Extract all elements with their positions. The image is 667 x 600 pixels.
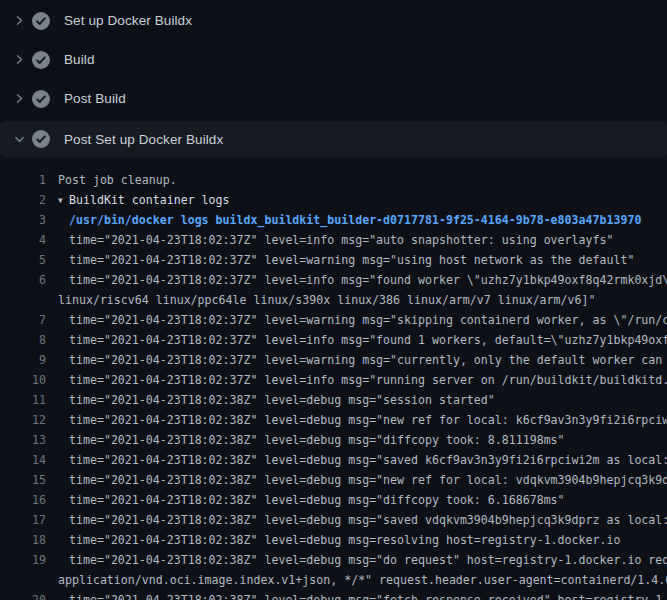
log-line-number[interactable]: 17 (0, 510, 46, 530)
group-label: BuildKit container logs (69, 193, 230, 207)
log-line: 4time="2021-04-23T18:02:37Z" level=info … (0, 230, 667, 250)
log-text: time="2021-04-23T18:02:38Z" level=debug … (69, 410, 667, 430)
log-line-number[interactable]: 6 (0, 270, 46, 290)
log-line: 1Post job cleanup. (0, 170, 667, 190)
chevron-right-icon (12, 14, 26, 28)
log-line: 12time="2021-04-23T18:02:38Z" level=debu… (0, 410, 667, 430)
log-text: time="2021-04-23T18:02:38Z" level=debug … (69, 510, 667, 530)
chevron-right-icon (12, 53, 26, 67)
log-text: time="2021-04-23T18:02:37Z" level=info m… (69, 330, 667, 350)
log-line: linux/riscv64 linux/ppc64le linux/s390x … (0, 290, 667, 310)
log-line-number[interactable]: 8 (0, 330, 46, 350)
log-text: linux/riscv64 linux/ppc64le linux/s390x … (58, 290, 667, 310)
log-line-number[interactable]: 4 (0, 230, 46, 250)
log-line: 10time="2021-04-23T18:02:37Z" level=info… (0, 370, 667, 390)
log-line-number[interactable]: 18 (0, 530, 46, 550)
chevron-down-icon (12, 132, 26, 146)
step-row-post-set-up-docker-buildx[interactable]: Post Set up Docker Buildx (0, 121, 667, 157)
log-line-number[interactable]: 2 (0, 190, 46, 210)
group-collapse-icon[interactable]: ▼ (58, 191, 69, 210)
log-line-number[interactable]: 19 (0, 550, 46, 570)
log-line: 15time="2021-04-23T18:02:38Z" level=debu… (0, 470, 667, 490)
steps-list: Set up Docker BuildxBuildPost BuildPost … (0, 0, 667, 157)
log-line-number[interactable]: 7 (0, 310, 46, 330)
step-title: Set up Docker Buildx (64, 13, 192, 28)
log-text: time="2021-04-23T18:02:37Z" level=warnin… (69, 350, 667, 370)
check-circle-icon (32, 90, 50, 108)
log-text: time="2021-04-23T18:02:38Z" level=debug … (69, 590, 667, 600)
log-text: time="2021-04-23T18:02:37Z" level=info m… (69, 370, 667, 390)
log-line-number (0, 570, 46, 590)
log-line-number[interactable]: 14 (0, 450, 46, 470)
log-group-header: ▼BuildKit container logs (58, 190, 667, 210)
step-title: Post Build (64, 91, 126, 106)
log-line: 3/usr/bin/docker logs buildx_buildkit_bu… (0, 210, 667, 230)
log-line: 7time="2021-04-23T18:02:37Z" level=warni… (0, 310, 667, 330)
log-line: 18time="2021-04-23T18:02:38Z" level=debu… (0, 530, 667, 550)
log-line-number[interactable]: 10 (0, 370, 46, 390)
log-line: 19time="2021-04-23T18:02:38Z" level=debu… (0, 550, 667, 570)
log-line-number[interactable]: 1 (0, 170, 46, 190)
check-circle-icon (32, 12, 50, 30)
log-line-number[interactable]: 12 (0, 410, 46, 430)
log-line: 9time="2021-04-23T18:02:37Z" level=warni… (0, 350, 667, 370)
log-text: time="2021-04-23T18:02:38Z" level=debug … (69, 430, 667, 450)
log-text: time="2021-04-23T18:02:37Z" level=info m… (69, 270, 667, 290)
log-line: 14time="2021-04-23T18:02:38Z" level=debu… (0, 450, 667, 470)
log-text: time="2021-04-23T18:02:38Z" level=debug … (69, 490, 667, 510)
log-line-number[interactable]: 9 (0, 350, 46, 370)
log-text: time="2021-04-23T18:02:38Z" level=debug … (69, 530, 667, 550)
log-line-number[interactable]: 20 (0, 590, 46, 600)
log-view: 1Post job cleanup.2▼BuildKit container l… (0, 157, 667, 600)
log-line: 17time="2021-04-23T18:02:38Z" level=debu… (0, 510, 667, 530)
log-line: application/vnd.oci.image.index.v1+json,… (0, 570, 667, 590)
log-line: 20time="2021-04-23T18:02:38Z" level=debu… (0, 590, 667, 600)
log-line: 5time="2021-04-23T18:02:37Z" level=warni… (0, 250, 667, 270)
log-line: 11time="2021-04-23T18:02:38Z" level=debu… (0, 390, 667, 410)
log-line: 8time="2021-04-23T18:02:37Z" level=info … (0, 330, 667, 350)
log-line: 16time="2021-04-23T18:02:38Z" level=debu… (0, 490, 667, 510)
step-row-post-build[interactable]: Post Build (0, 79, 667, 118)
log-line-number[interactable]: 3 (0, 210, 46, 230)
check-circle-icon (32, 51, 50, 69)
log-line-number[interactable]: 15 (0, 470, 46, 490)
log-text: time="2021-04-23T18:02:38Z" level=debug … (69, 550, 667, 570)
step-row-build[interactable]: Build (0, 40, 667, 79)
log-text: time="2021-04-23T18:02:37Z" level=info m… (69, 230, 667, 250)
log-text: time="2021-04-23T18:02:37Z" level=warnin… (69, 250, 667, 270)
log-line-number[interactable]: 16 (0, 490, 46, 510)
log-text: time="2021-04-23T18:02:37Z" level=warnin… (69, 310, 667, 330)
chevron-right-icon (12, 92, 26, 106)
log-line-number[interactable]: 5 (0, 250, 46, 270)
log-text: application/vnd.oci.image.index.v1+json,… (58, 570, 667, 590)
log-text: Post job cleanup. (58, 170, 667, 190)
log-text: time="2021-04-23T18:02:38Z" level=debug … (69, 390, 667, 410)
log-line: 6time="2021-04-23T18:02:37Z" level=info … (0, 270, 667, 290)
log-line-number[interactable]: 11 (0, 390, 46, 410)
log-line: 13time="2021-04-23T18:02:38Z" level=debu… (0, 430, 667, 450)
step-title: Build (64, 52, 95, 67)
check-circle-icon (32, 130, 50, 148)
step-title: Post Set up Docker Buildx (64, 132, 223, 147)
log-text: time="2021-04-23T18:02:38Z" level=debug … (69, 450, 667, 470)
log-text: time="2021-04-23T18:02:38Z" level=debug … (69, 470, 667, 490)
step-row-set-up-docker-buildx[interactable]: Set up Docker Buildx (0, 1, 667, 40)
log-line-number[interactable]: 13 (0, 430, 46, 450)
log-line-number (0, 290, 46, 310)
log-line: 2▼BuildKit container logs (0, 190, 667, 210)
log-command-text: /usr/bin/docker logs buildx_buildkit_bui… (69, 210, 667, 230)
